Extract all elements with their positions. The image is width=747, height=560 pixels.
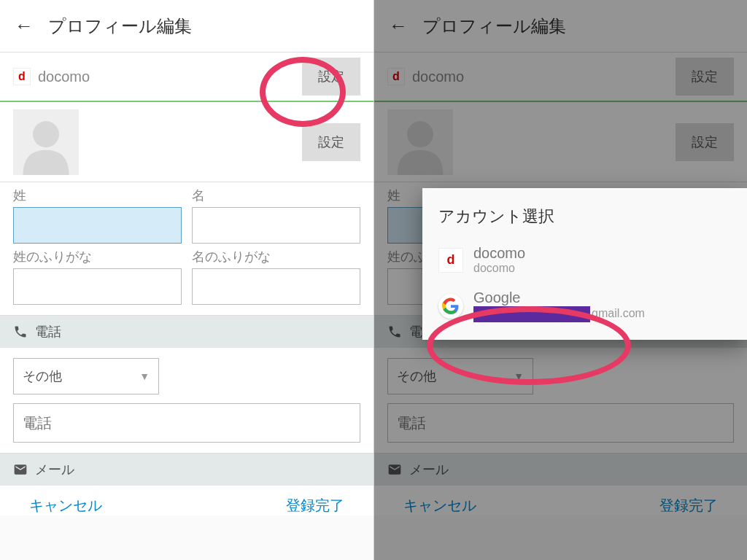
phone-section-header: 電話	[0, 316, 374, 348]
mail-section-header: メール	[0, 454, 374, 486]
phone-type-value: その他	[23, 368, 62, 385]
header: ← プロフィール編集	[0, 0, 374, 52]
firstname-input[interactable]	[192, 207, 360, 244]
page-title: プロフィール編集	[48, 15, 192, 38]
phone-type-select[interactable]: その他 ▼	[13, 358, 159, 394]
lastname-input[interactable]	[13, 207, 182, 244]
bottom-actions: キャンセル 登録完了	[0, 486, 374, 516]
phone-section: その他 ▼	[0, 348, 374, 454]
dialog-title: アカウント選択	[422, 201, 747, 238]
save-button[interactable]: 登録完了	[286, 496, 344, 516]
svg-point-0	[33, 121, 59, 147]
account-settings-button[interactable]: 設定	[302, 58, 360, 96]
docomo-logo-icon: d	[13, 68, 31, 85]
avatar-placeholder-icon[interactable]	[13, 109, 79, 175]
dropdown-triangle-icon: ▼	[139, 370, 150, 382]
dialog-item-docomo[interactable]: d docomo docomo	[422, 238, 747, 282]
right-pane: ← プロフィール編集 d docomo 設定 設定 姓 名 姓のふりがな	[374, 0, 747, 560]
label-firstname-furigana: 名のふりがな	[192, 248, 360, 265]
phone-section-label: 電話	[35, 323, 61, 341]
mail-section-label: メール	[35, 461, 74, 478]
name-section: 姓 名 姓のふりがな 名のふりがな	[0, 182, 374, 316]
firstname-furigana-input[interactable]	[192, 268, 360, 305]
dialog-item-google[interactable]: Google gmail.com	[422, 282, 747, 330]
dialog-item-sub: gmail.com	[473, 306, 645, 322]
phone-icon	[13, 324, 28, 339]
dialog-item-main: Google	[473, 289, 645, 306]
label-firstname: 名	[192, 187, 360, 204]
back-arrow-icon[interactable]: ←	[15, 15, 34, 37]
google-logo-icon	[438, 294, 463, 319]
redacted-email-icon	[473, 306, 590, 322]
label-lastname: 姓	[13, 187, 182, 204]
label-lastname-furigana: 姓のふりがな	[13, 248, 182, 265]
docomo-logo-icon: d	[438, 248, 463, 273]
cancel-button[interactable]: キャンセル	[29, 496, 102, 516]
avatar-row: 設定	[0, 102, 374, 182]
dialog-item-sub: docomo	[473, 262, 525, 275]
dialog-item-main: docomo	[473, 245, 525, 262]
phone-input[interactable]	[13, 403, 360, 443]
account-row: d docomo 設定	[0, 52, 374, 102]
lastname-furigana-input[interactable]	[13, 268, 182, 305]
left-pane: ← プロフィール編集 d docomo 設定 設定 姓 名 姓のふりがな	[0, 0, 374, 560]
mail-icon	[13, 462, 28, 477]
account-name: docomo	[38, 69, 302, 85]
avatar-settings-button[interactable]: 設定	[302, 123, 360, 161]
account-select-dialog: アカウント選択 d docomo docomo Google gmail.com	[422, 188, 747, 340]
